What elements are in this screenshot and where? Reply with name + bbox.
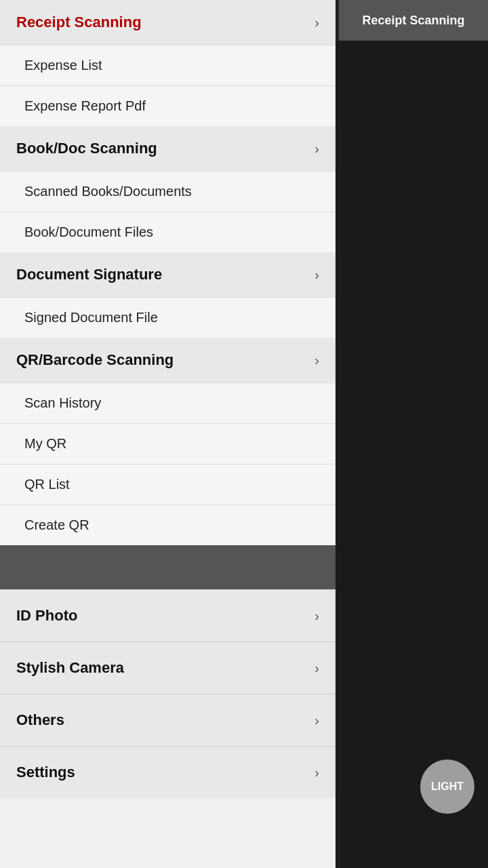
section-receipt-scanning-title: Receipt Scanning bbox=[16, 14, 142, 31]
section-qr-barcode-scanning[interactable]: QR/Barcode Scanning › bbox=[0, 338, 336, 382]
sub-expense-report-pdf[interactable]: Expense Report Pdf bbox=[0, 85, 336, 126]
sub-signed-document-file[interactable]: Signed Document File bbox=[0, 297, 336, 338]
section-book-doc-scanning[interactable]: Book/Doc Scanning › bbox=[0, 126, 336, 171]
section-others[interactable]: Others › bbox=[0, 694, 336, 746]
section-stylish-camera-title: Stylish Camera bbox=[16, 659, 124, 677]
chevron-icon: › bbox=[314, 141, 319, 157]
background-right-tab[interactable]: Receipt Scanning bbox=[339, 0, 488, 41]
section-book-doc-scanning-title: Book/Doc Scanning bbox=[16, 140, 157, 157]
sub-scanned-books-documents[interactable]: Scanned Books/Documents bbox=[0, 171, 336, 212]
chevron-icon: › bbox=[314, 660, 319, 676]
section-id-photo-title: ID Photo bbox=[16, 607, 77, 625]
chevron-icon: › bbox=[314, 608, 319, 624]
section-id-photo[interactable]: ID Photo › bbox=[0, 589, 336, 642]
chevron-icon: › bbox=[314, 765, 319, 781]
menu-drawer: Receipt Scanning › Expense List Expense … bbox=[0, 0, 336, 868]
section-qr-barcode-scanning-title: QR/Barcode Scanning bbox=[16, 351, 174, 369]
section-settings[interactable]: Settings › bbox=[0, 746, 336, 798]
sub-scan-history[interactable]: Scan History bbox=[0, 382, 336, 423]
sub-qr-list[interactable]: QR List bbox=[0, 464, 336, 505]
chevron-icon: › bbox=[314, 267, 319, 283]
chevron-icon: › bbox=[314, 15, 319, 31]
sub-expense-list[interactable]: Expense List bbox=[0, 45, 336, 85]
light-button[interactable]: LIGHT bbox=[420, 760, 474, 814]
sub-create-qr[interactable]: Create QR bbox=[0, 505, 336, 545]
section-receipt-scanning[interactable]: Receipt Scanning › bbox=[0, 0, 336, 45]
section-others-title: Others bbox=[16, 711, 64, 729]
section-settings-title: Settings bbox=[16, 764, 75, 781]
section-stylish-camera[interactable]: Stylish Camera › bbox=[0, 642, 336, 694]
section-document-signature-title: Document Signature bbox=[16, 266, 162, 283]
chevron-icon: › bbox=[314, 713, 319, 728]
sub-book-document-files[interactable]: Book/Document Files bbox=[0, 212, 336, 252]
chevron-icon: › bbox=[314, 353, 319, 368]
section-document-signature[interactable]: Document Signature › bbox=[0, 252, 336, 297]
sub-my-qr[interactable]: My QR bbox=[0, 423, 336, 464]
dark-divider bbox=[0, 545, 336, 589]
